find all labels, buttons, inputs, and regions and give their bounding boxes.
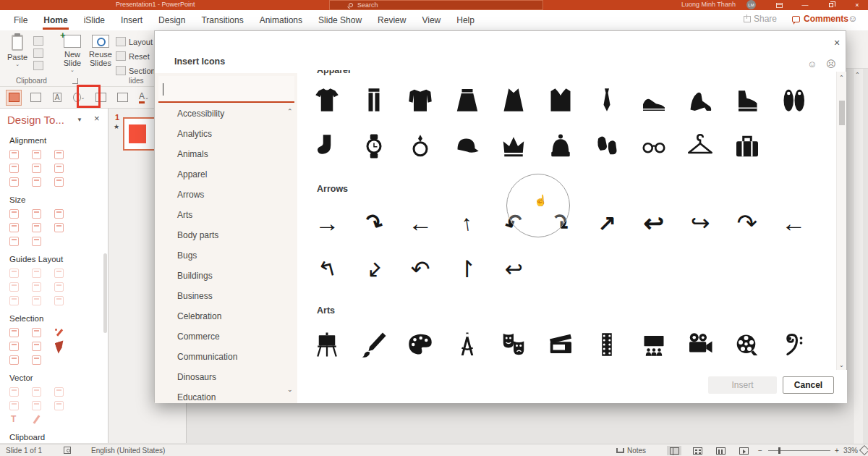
category-scroll-down-icon[interactable]: ⌄ [287, 386, 293, 393]
icon-drafting-compass[interactable] [444, 321, 491, 368]
category-bugs[interactable]: Bugs [155, 245, 297, 266]
icon-film-reel[interactable] [724, 321, 771, 368]
zoom-slider[interactable] [768, 450, 830, 451]
share-button[interactable]: Share [744, 14, 777, 24]
font-color-icon[interactable]: A⌄ [136, 90, 152, 106]
guide-row-icon[interactable] [9, 296, 19, 305]
align-center-icon[interactable] [32, 150, 41, 159]
category-scroll-up-icon[interactable]: ⌃ [287, 108, 293, 115]
icon-arrow-hook-right[interactable]: ↪ [677, 200, 724, 246]
feedback-smiley-icon[interactable]: ☺ [848, 13, 857, 24]
category-dinosaurs[interactable]: Dinosaurs [155, 367, 297, 387]
tab-insert[interactable]: Insert [113, 10, 150, 30]
icon-arrow-curve-down-right[interactable]: ↷ [351, 200, 398, 246]
language-indicator[interactable]: English (United States) [91, 447, 165, 455]
category-communication[interactable]: Communication [155, 347, 297, 367]
avatar[interactable]: LM [746, 0, 756, 9]
tab-design[interactable]: Design [150, 10, 193, 30]
zoom-in-button[interactable]: + [835, 447, 839, 455]
cut-icon[interactable] [33, 36, 43, 46]
tab-view[interactable]: View [414, 10, 448, 30]
align-middle-icon[interactable] [32, 164, 41, 173]
ribbon-display-options-icon[interactable] [770, 0, 788, 10]
icon-boot[interactable] [724, 77, 771, 123]
scroll-up-icon[interactable]: ⌃ [855, 72, 860, 78]
tab-islide[interactable]: iSlide [76, 10, 113, 30]
select-add-icon[interactable] [32, 328, 41, 337]
icon-arrow-curve-up-left[interactable]: ↰ [304, 246, 351, 292]
align-grid-icon[interactable] [54, 177, 64, 187]
insert-button[interactable]: Insert [708, 376, 777, 394]
slide-thumbnail[interactable] [123, 117, 156, 151]
same-size-icon[interactable] [54, 209, 64, 219]
icon-glasses[interactable] [631, 123, 678, 169]
shape-subtract-icon[interactable] [32, 401, 41, 410]
tab-slide-show[interactable]: Slide Show [310, 10, 370, 30]
guide-center-icon[interactable] [32, 269, 41, 278]
stretch-height-icon[interactable] [32, 223, 41, 232]
category-body-parts[interactable]: Body parts [155, 225, 297, 245]
same-width-icon[interactable] [9, 209, 19, 219]
tab-home[interactable]: Home [35, 10, 75, 30]
accessibility-icon[interactable] [64, 447, 71, 454]
shape-union-icon[interactable] [32, 387, 41, 397]
picture-placeholder-icon[interactable] [114, 90, 130, 106]
align-top-icon[interactable] [9, 164, 19, 173]
icon-arrow-return-left[interactable]: ↩ [490, 246, 537, 292]
guide-middle-icon[interactable] [32, 282, 41, 292]
guide-top-icon[interactable] [9, 282, 19, 292]
shape-intersect-icon[interactable] [9, 401, 19, 410]
zoom-out-button[interactable]: − [758, 447, 762, 455]
shape-copy-icon[interactable] [9, 387, 19, 397]
magic-select-icon[interactable] [54, 328, 64, 337]
icon-cap[interactable] [444, 123, 491, 169]
guide-column-icon[interactable] [32, 296, 41, 305]
tab-file[interactable]: File [6, 10, 35, 30]
zoom-level[interactable]: 33% [843, 447, 858, 455]
icon-arrow-redo[interactable]: ↷ [724, 200, 771, 246]
restore-button[interactable] [822, 0, 841, 10]
guide-bottom-icon[interactable] [54, 282, 64, 292]
icon-arrow-right-bold[interactable]: → [304, 200, 351, 246]
tab-review[interactable]: Review [370, 10, 414, 30]
icon-video-camera[interactable] [677, 321, 724, 368]
scrollbar-thumb[interactable] [839, 101, 845, 125]
guide-right-icon[interactable] [54, 269, 64, 278]
icon-arrow-left-bold[interactable]: ← [397, 200, 444, 246]
shape-combine-icon[interactable] [54, 387, 64, 397]
fit-to-window-icon[interactable] [859, 445, 868, 455]
icon-necktie[interactable] [584, 77, 631, 123]
guide-grid-icon[interactable] [54, 296, 64, 305]
reading-view-button[interactable] [713, 446, 728, 455]
scroll-up-icon[interactable]: ⌃ [839, 75, 844, 81]
icon-wristwatch[interactable] [351, 123, 398, 169]
reuse-slides-button[interactable]: Reuse Slides [87, 35, 114, 67]
align-left-icon[interactable] [9, 150, 19, 159]
vertical-scrollbar[interactable] [853, 69, 863, 444]
icon-crown[interactable] [490, 123, 537, 169]
category-celebration[interactable]: Celebration [155, 306, 297, 326]
icon-briefcase[interactable] [724, 123, 771, 169]
category-arrows[interactable]: Arrows [155, 185, 297, 205]
icon-clapperboard[interactable] [537, 321, 584, 368]
category-business[interactable]: Business [155, 286, 297, 306]
zoom-slider-handle[interactable] [778, 447, 780, 454]
icon-pants[interactable] [351, 77, 398, 123]
category-commerce[interactable]: Commerce [155, 326, 297, 347]
icon-tshirt[interactable] [304, 77, 351, 123]
category-arts[interactable]: Arts [155, 205, 297, 225]
tab-transitions[interactable]: Transitions [193, 10, 251, 30]
copy-icon[interactable] [33, 48, 43, 58]
feedback-negative-icon[interactable]: ☹ [826, 59, 836, 69]
icon-arrow-curve-up[interactable]: ↑ [444, 200, 491, 246]
icon-arrow-left-thin[interactable]: ← [770, 200, 817, 246]
feedback-positive-icon[interactable]: ☺ [807, 59, 817, 69]
icon-film-strip[interactable] [584, 321, 631, 368]
panel-scrollbar[interactable] [103, 253, 107, 333]
normal-view-button[interactable] [667, 446, 681, 455]
align-bottom-icon[interactable] [54, 164, 64, 173]
align-right-icon[interactable] [54, 150, 64, 159]
slideshow-view-button[interactable] [736, 446, 751, 455]
icon-skirt[interactable] [444, 77, 491, 123]
icon-sock[interactable] [304, 123, 351, 169]
